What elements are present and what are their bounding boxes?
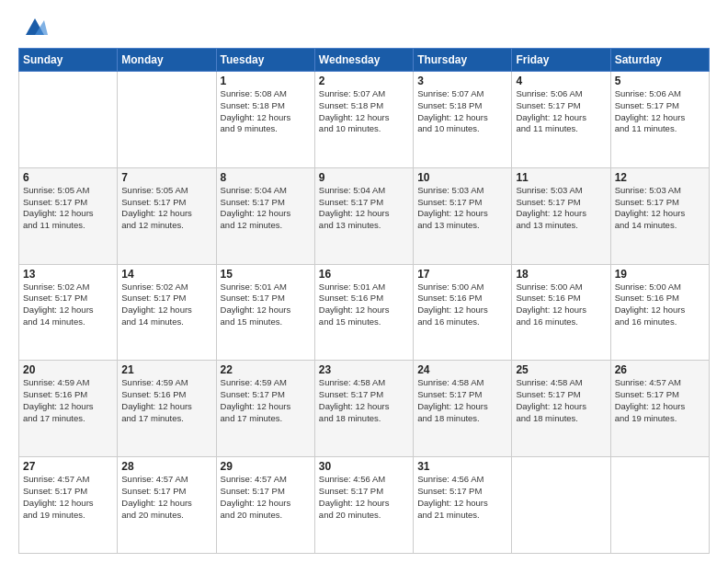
calendar-cell: 26Sunrise: 4:57 AM Sunset: 5:17 PM Dayli… — [610, 361, 709, 457]
weekday-header-monday: Monday — [118, 49, 216, 72]
weekday-header-tuesday: Tuesday — [216, 49, 314, 72]
day-number: 17 — [417, 268, 507, 281]
day-info: Sunrise: 5:00 AM Sunset: 5:16 PM Dayligh… — [615, 282, 705, 328]
calendar-cell: 21Sunrise: 4:59 AM Sunset: 5:16 PM Dayli… — [118, 361, 216, 457]
day-info: Sunrise: 5:03 AM Sunset: 5:17 PM Dayligh… — [417, 185, 507, 232]
day-number: 23 — [319, 363, 409, 376]
weekday-header-wednesday: Wednesday — [314, 49, 413, 72]
day-number: 20 — [23, 363, 113, 376]
calendar-cell: 28Sunrise: 4:57 AM Sunset: 5:17 PM Dayli… — [118, 457, 216, 554]
day-number: 13 — [23, 268, 113, 281]
day-number: 3 — [417, 75, 507, 87]
calendar-cell: 27Sunrise: 4:57 AM Sunset: 5:17 PM Dayli… — [19, 457, 118, 554]
calendar-cell: 18Sunrise: 5:00 AM Sunset: 5:16 PM Dayli… — [512, 264, 610, 361]
day-info: Sunrise: 4:59 AM Sunset: 5:16 PM Dayligh… — [121, 377, 211, 424]
day-info: Sunrise: 5:07 AM Sunset: 5:18 PM Dayligh… — [319, 88, 409, 135]
calendar-cell: 12Sunrise: 5:03 AM Sunset: 5:17 PM Dayli… — [610, 167, 709, 264]
day-info: Sunrise: 4:58 AM Sunset: 5:17 PM Dayligh… — [417, 377, 507, 424]
day-number: 7 — [121, 171, 211, 184]
page: SundayMondayTuesdayWednesdayThursdayFrid… — [0, 0, 728, 563]
day-number: 1 — [221, 75, 311, 87]
calendar-cell: 9Sunrise: 5:04 AM Sunset: 5:17 PM Daylig… — [314, 167, 413, 264]
day-info: Sunrise: 4:57 AM Sunset: 5:17 PM Dayligh… — [23, 474, 113, 521]
day-info: Sunrise: 5:05 AM Sunset: 5:17 PM Dayligh… — [121, 185, 211, 232]
day-number: 30 — [319, 460, 409, 473]
day-number: 26 — [615, 363, 705, 376]
day-info: Sunrise: 5:01 AM Sunset: 5:17 PM Dayligh… — [221, 282, 311, 328]
day-number: 28 — [121, 460, 211, 473]
day-number: 6 — [23, 171, 113, 184]
day-info: Sunrise: 5:06 AM Sunset: 5:17 PM Dayligh… — [615, 88, 705, 135]
day-info: Sunrise: 5:02 AM Sunset: 5:17 PM Dayligh… — [23, 282, 113, 328]
week-row-3: 13Sunrise: 5:02 AM Sunset: 5:17 PM Dayli… — [19, 264, 710, 361]
day-info: Sunrise: 4:56 AM Sunset: 5:17 PM Dayligh… — [319, 474, 409, 521]
day-number: 4 — [516, 75, 606, 87]
day-info: Sunrise: 4:56 AM Sunset: 5:17 PM Dayligh… — [417, 474, 507, 521]
calendar-cell: 14Sunrise: 5:02 AM Sunset: 5:17 PM Dayli… — [118, 264, 216, 361]
calendar-cell: 4Sunrise: 5:06 AM Sunset: 5:17 PM Daylig… — [512, 72, 610, 168]
calendar-cell: 1Sunrise: 5:08 AM Sunset: 5:18 PM Daylig… — [216, 72, 314, 168]
day-number: 27 — [23, 460, 113, 473]
calendar-cell: 13Sunrise: 5:02 AM Sunset: 5:17 PM Dayli… — [19, 264, 118, 361]
day-info: Sunrise: 4:57 AM Sunset: 5:17 PM Dayligh… — [615, 377, 705, 424]
day-info: Sunrise: 5:04 AM Sunset: 5:17 PM Dayligh… — [319, 185, 409, 232]
day-info: Sunrise: 5:01 AM Sunset: 5:16 PM Dayligh… — [319, 282, 409, 328]
calendar-cell: 7Sunrise: 5:05 AM Sunset: 5:17 PM Daylig… — [118, 167, 216, 264]
day-number: 10 — [417, 171, 507, 184]
weekday-header-saturday: Saturday — [610, 49, 709, 72]
calendar-cell: 17Sunrise: 5:00 AM Sunset: 5:16 PM Dayli… — [414, 264, 512, 361]
header — [18, 15, 710, 39]
day-number: 31 — [417, 460, 507, 473]
day-number: 14 — [121, 268, 211, 281]
calendar-cell: 16Sunrise: 5:01 AM Sunset: 5:16 PM Dayli… — [314, 264, 413, 361]
day-info: Sunrise: 5:00 AM Sunset: 5:16 PM Dayligh… — [516, 282, 606, 328]
weekday-header-sunday: Sunday — [19, 49, 118, 72]
calendar-cell — [512, 457, 610, 554]
day-number: 18 — [516, 268, 606, 281]
day-info: Sunrise: 4:59 AM Sunset: 5:17 PM Dayligh… — [221, 377, 311, 424]
calendar-cell: 30Sunrise: 4:56 AM Sunset: 5:17 PM Dayli… — [314, 457, 413, 554]
day-info: Sunrise: 5:07 AM Sunset: 5:18 PM Dayligh… — [417, 88, 507, 135]
day-info: Sunrise: 4:58 AM Sunset: 5:17 PM Dayligh… — [319, 377, 409, 424]
calendar-cell: 6Sunrise: 5:05 AM Sunset: 5:17 PM Daylig… — [19, 167, 118, 264]
day-number: 29 — [221, 460, 311, 473]
day-info: Sunrise: 4:57 AM Sunset: 5:17 PM Dayligh… — [121, 474, 211, 521]
calendar-cell: 22Sunrise: 4:59 AM Sunset: 5:17 PM Dayli… — [216, 361, 314, 457]
day-info: Sunrise: 5:00 AM Sunset: 5:16 PM Dayligh… — [417, 282, 507, 328]
day-info: Sunrise: 5:03 AM Sunset: 5:17 PM Dayligh… — [516, 185, 606, 232]
day-info: Sunrise: 5:04 AM Sunset: 5:17 PM Dayligh… — [221, 185, 311, 232]
week-row-4: 20Sunrise: 4:59 AM Sunset: 5:16 PM Dayli… — [19, 361, 710, 457]
week-row-2: 6Sunrise: 5:05 AM Sunset: 5:17 PM Daylig… — [19, 167, 710, 264]
day-number: 16 — [319, 268, 409, 281]
calendar-cell: 20Sunrise: 4:59 AM Sunset: 5:16 PM Dayli… — [19, 361, 118, 457]
calendar-cell: 25Sunrise: 4:58 AM Sunset: 5:17 PM Dayli… — [512, 361, 610, 457]
week-row-1: 1Sunrise: 5:08 AM Sunset: 5:18 PM Daylig… — [19, 72, 710, 168]
day-number: 2 — [319, 75, 409, 87]
calendar-cell: 19Sunrise: 5:00 AM Sunset: 5:16 PM Dayli… — [610, 264, 709, 361]
calendar-cell — [19, 72, 118, 168]
day-info: Sunrise: 4:58 AM Sunset: 5:17 PM Dayligh… — [516, 377, 606, 424]
logo — [18, 15, 48, 39]
weekday-row: SundayMondayTuesdayWednesdayThursdayFrid… — [19, 49, 710, 72]
day-info: Sunrise: 5:06 AM Sunset: 5:17 PM Dayligh… — [516, 88, 606, 135]
day-info: Sunrise: 5:08 AM Sunset: 5:18 PM Dayligh… — [221, 88, 311, 135]
week-row-5: 27Sunrise: 4:57 AM Sunset: 5:17 PM Dayli… — [19, 457, 710, 554]
calendar-cell: 10Sunrise: 5:03 AM Sunset: 5:17 PM Dayli… — [414, 167, 512, 264]
calendar-cell: 24Sunrise: 4:58 AM Sunset: 5:17 PM Dayli… — [414, 361, 512, 457]
calendar-cell: 31Sunrise: 4:56 AM Sunset: 5:17 PM Dayli… — [414, 457, 512, 554]
logo-icon — [22, 13, 48, 39]
day-number: 25 — [516, 363, 606, 376]
calendar-cell: 8Sunrise: 5:04 AM Sunset: 5:17 PM Daylig… — [216, 167, 314, 264]
day-info: Sunrise: 5:02 AM Sunset: 5:17 PM Dayligh… — [121, 282, 211, 328]
weekday-header-friday: Friday — [512, 49, 610, 72]
calendar-cell: 23Sunrise: 4:58 AM Sunset: 5:17 PM Dayli… — [314, 361, 413, 457]
day-number: 11 — [516, 171, 606, 184]
calendar-cell: 11Sunrise: 5:03 AM Sunset: 5:17 PM Dayli… — [512, 167, 610, 264]
day-number: 9 — [319, 171, 409, 184]
calendar-header: SundayMondayTuesdayWednesdayThursdayFrid… — [19, 49, 710, 72]
day-number: 8 — [221, 171, 311, 184]
calendar-cell: 15Sunrise: 5:01 AM Sunset: 5:17 PM Dayli… — [216, 264, 314, 361]
day-number: 24 — [417, 363, 507, 376]
day-number: 5 — [615, 75, 705, 87]
calendar-cell — [118, 72, 216, 168]
